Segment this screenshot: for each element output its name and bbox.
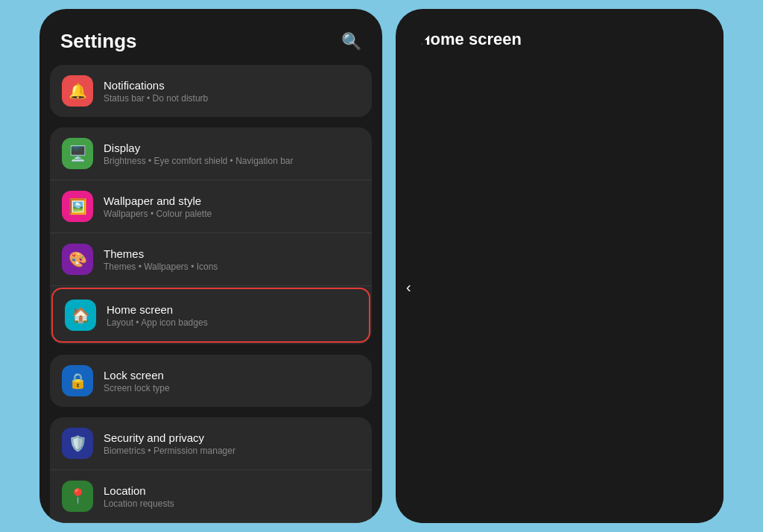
settings-item-icon: 🖥️ — [62, 138, 93, 169]
settings-item-text: DisplayBrightness • Eye comfort shield •… — [104, 142, 294, 166]
settings-item-title: Display — [104, 142, 294, 154]
settings-item-text: LocationLocation requests — [104, 484, 174, 509]
settings-item-subtitle: Screen lock type — [104, 383, 170, 393]
settings-item-title: Security and privacy — [104, 431, 235, 444]
settings-group: 🛡️Security and privacyBiometrics • Permi… — [50, 417, 372, 523]
settings-item[interactable]: 🖼️Wallpaper and styleWallpapers • Colour… — [50, 180, 372, 233]
right-title: Home screen — [419, 30, 724, 523]
settings-item-icon: 🏠 — [65, 300, 96, 331]
settings-group: 🖥️DisplayBrightness • Eye comfort shield… — [50, 127, 372, 344]
phones-container: Settings 🔍 🔔NotificationsStatus bar • Do… — [39, 9, 724, 523]
right-header: ‹ Home screen 🔍 — [396, 9, 724, 523]
settings-item-text: Home screenLayout • App icon badges — [107, 303, 208, 328]
settings-item-title: Location — [104, 484, 174, 497]
settings-item-icon: 🖼️ — [62, 191, 93, 222]
left-title: Settings — [60, 30, 137, 53]
settings-item-title: Themes — [104, 247, 218, 260]
settings-item-text: Security and privacyBiometrics • Permiss… — [104, 431, 235, 456]
settings-item[interactable]: 🏠Home screenLayout • App icon badges — [51, 288, 370, 343]
settings-item-icon: 🔔 — [62, 75, 93, 107]
settings-item[interactable]: 🖥️DisplayBrightness • Eye comfort shield… — [50, 127, 372, 180]
settings-item-text: Wallpaper and styleWallpapers • Colour p… — [104, 194, 212, 219]
settings-item-title: Home screen — [107, 303, 208, 316]
settings-item[interactable]: 🎨ThemesThemes • Wallpapers • Icons — [50, 233, 372, 286]
settings-item[interactable]: 📍LocationLocation requests — [50, 470, 372, 523]
settings-item-subtitle: Status bar • Do not disturb — [104, 93, 208, 104]
settings-list: 🔔NotificationsStatus bar • Do not distur… — [39, 65, 382, 523]
left-header: Settings 🔍 — [39, 9, 382, 65]
settings-item[interactable]: 🔒Lock screenScreen lock type — [50, 355, 372, 407]
settings-item-icon: 📍 — [62, 481, 93, 512]
settings-item[interactable]: 🛡️Security and privacyBiometrics • Permi… — [50, 417, 372, 470]
settings-item[interactable]: 🔔NotificationsStatus bar • Do not distur… — [50, 65, 372, 117]
settings-item-subtitle: Biometrics • Permission manager — [104, 446, 235, 456]
right-phone: ‹ Home screen 🔍 Home screen layoutHome a… — [396, 9, 724, 523]
settings-item-subtitle: Wallpapers • Colour palette — [104, 209, 212, 219]
settings-item-title: Wallpaper and style — [104, 194, 212, 207]
back-button[interactable]: ‹ — [406, 279, 411, 296]
left-search-icon[interactable]: 🔍 — [341, 32, 361, 51]
settings-item-icon: 🛡️ — [62, 428, 93, 459]
left-phone: Settings 🔍 🔔NotificationsStatus bar • Do… — [39, 9, 382, 523]
settings-item-icon: 🔒 — [62, 365, 93, 396]
settings-item-text: ThemesThemes • Wallpapers • Icons — [104, 247, 218, 272]
right-header-left: ‹ Home screen — [406, 30, 724, 523]
settings-item-subtitle: Themes • Wallpapers • Icons — [104, 262, 218, 272]
settings-item-title: Notifications — [104, 79, 208, 92]
settings-group: 🔔NotificationsStatus bar • Do not distur… — [50, 65, 372, 117]
settings-item-text: Lock screenScreen lock type — [104, 369, 170, 393]
settings-item-subtitle: Layout • App icon badges — [107, 317, 208, 328]
settings-item-subtitle: Brightness • Eye comfort shield • Naviga… — [104, 156, 294, 166]
settings-item-icon: 🎨 — [62, 244, 93, 275]
settings-group: 🔒Lock screenScreen lock type — [50, 355, 372, 407]
settings-item-text: NotificationsStatus bar • Do not disturb — [104, 79, 208, 104]
settings-item-subtitle: Location requests — [104, 498, 174, 509]
settings-item-title: Lock screen — [104, 369, 170, 381]
